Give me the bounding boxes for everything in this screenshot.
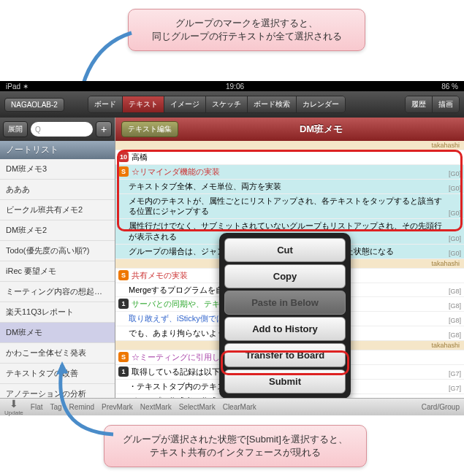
right-segment: 履歴描画	[405, 96, 460, 113]
rtab-1[interactable]: 描画	[433, 96, 459, 112]
sidebar-item[interactable]: DM班メモ3	[0, 159, 115, 180]
sidebar-item[interactable]: Todo(優先度の高い順?)	[0, 241, 115, 261]
tab-1[interactable]: テキスト	[123, 96, 164, 112]
group-tag: [G0]	[449, 235, 461, 242]
clock: 19:06	[226, 82, 244, 91]
sidebar-item[interactable]: DM班メモ	[0, 323, 115, 343]
group-tag: [G8]	[449, 302, 461, 310]
add-button[interactable]: +	[96, 121, 112, 137]
sidebar-item[interactable]: DM班メモ2	[0, 220, 115, 241]
bb-selectmark[interactable]: SelectMark	[179, 403, 216, 411]
line-text: ☆リマインダ機能の実装	[132, 166, 446, 177]
tab-0[interactable]: ボード	[88, 96, 123, 112]
annotation-bottom: グループが選択された状態で[Submit]を選択すると、 テキスト共有のインタフ…	[104, 425, 367, 467]
content-pane: テキスト編集 DM班メモ takahashi10高橋S☆リマインダ機能の実装[G…	[115, 118, 464, 399]
content-header: テキスト編集 DM班メモ	[115, 118, 464, 141]
bb-clearmark[interactable]: ClearMark	[223, 403, 256, 411]
group-tag: [G8]	[449, 288, 461, 295]
group-tag: [G7]	[449, 370, 461, 377]
line-mark[interactable]: 1	[118, 299, 129, 309]
bb-tag[interactable]: Tag	[50, 403, 61, 411]
tab-segment: ボードテキストイメージスケッチボード検索カレンダー	[88, 96, 346, 113]
line-mark[interactable]: S	[118, 270, 129, 280]
menu-transfer-to-board[interactable]: Transfer to Board	[224, 343, 346, 367]
sidebar-item[interactable]: ビークル班共有メモ2	[0, 200, 115, 220]
annotation-top: グループのマークを選択すると、 同じグループの行テキストが全て選択される	[128, 9, 365, 51]
group-tag: [G0]	[449, 185, 461, 192]
sidebar: 展開 Q + ノートリスト DM班メモ3あああビークル班共有メモ2DM班メモ2T…	[0, 118, 115, 399]
line-mark[interactable]: S	[118, 352, 129, 362]
sidebar-item[interactable]: あああ	[0, 180, 115, 200]
text-line[interactable]: テキストタブ全体、メモ単位、両方を実装[G0]	[115, 180, 464, 194]
update-button[interactable]: ⬇ Update	[4, 398, 23, 416]
sidebar-item[interactable]: iRec 要望メモ	[0, 261, 115, 282]
bb-remind[interactable]: Remind	[69, 403, 94, 411]
sidebar-item[interactable]: 楽天11Q3レポート	[0, 302, 115, 323]
line-text: 高橋	[132, 152, 461, 163]
wifi-icon: ✶	[23, 82, 28, 91]
sidebar-list: DM班メモ3あああビークル班共有メモ2DM班メモ2Todo(優先度の高い順?)i…	[0, 159, 115, 399]
sidebar-header: ノートリスト	[0, 141, 115, 159]
sidebar-item[interactable]: アノテーションの分析	[0, 384, 115, 399]
bb-prevmark[interactable]: PrevMark	[102, 403, 133, 411]
main-area: 展開 Q + ノートリスト DM班メモ3あああビークル班共有メモ2DM班メモ2T…	[0, 118, 464, 399]
line-mark[interactable]: S	[118, 166, 129, 177]
author-row: takahashi	[115, 141, 464, 150]
menu-copy[interactable]: Copy	[224, 264, 346, 288]
search-input[interactable]: Q	[31, 122, 93, 137]
sidebar-item[interactable]: ミーティング内容の想起実験	[0, 282, 115, 302]
group-tag: [G0]	[449, 210, 461, 217]
menu-add-to-history[interactable]: Add to History	[224, 317, 346, 341]
bottom-toolbar: ⬇ Update FlatTagRemindPrevMarkNextMarkSe…	[0, 398, 464, 415]
tab-4[interactable]: ボード検索	[248, 96, 297, 112]
device-label: iPad	[6, 82, 20, 91]
text-line[interactable]: メモ内のテキストが、属性ごとにリストアップされ、各テキストをタップすると該当する…	[115, 194, 464, 220]
breadcrumb[interactable]: NAGAOLAB-2	[4, 98, 64, 112]
menu-cut[interactable]: Cut	[224, 238, 346, 262]
status-bar: iPad ✶ 19:06 86 %	[0, 81, 464, 91]
card-group-button[interactable]: Card/Group	[422, 403, 460, 411]
sidebar-item[interactable]: テキストタブの改善	[0, 364, 115, 384]
group-tag: [G0]	[449, 250, 461, 257]
menu-submit[interactable]: Submit	[224, 369, 346, 394]
group-tag: [G7]	[449, 385, 461, 392]
battery: 86 %	[441, 82, 458, 91]
line-text: テキストタブ全体、メモ単位、両方を実装	[129, 181, 446, 192]
bb-nextmark[interactable]: NextMark	[140, 403, 172, 411]
group-tag: [G8]	[449, 317, 461, 324]
back-button[interactable]: 展開	[3, 121, 28, 137]
menu-paste-in-below: Paste in Below	[224, 291, 346, 315]
main-toolbar: NAGAOLAB-2 ボードテキストイメージスケッチボード検索カレンダー 履歴描…	[0, 91, 464, 118]
tab-2[interactable]: イメージ	[164, 96, 206, 112]
context-menu: CutCopyPaste in BelowAdd to HistoryTrans…	[219, 233, 351, 399]
tab-3[interactable]: スケッチ	[206, 96, 248, 112]
page-title: DM班メモ	[184, 123, 458, 136]
bottom-items: FlatTagRemindPrevMarkNextMarkSelectMarkC…	[31, 403, 256, 411]
group-tag: [G0]	[449, 170, 461, 177]
edit-button[interactable]: テキスト編集	[121, 121, 178, 137]
line-text: メモ内のテキストが、属性ごとにリストアップされ、各テキストをタップすると該当する…	[129, 196, 446, 218]
tab-5[interactable]: カレンダー	[297, 96, 345, 112]
sidebar-item[interactable]: かわこー全体ゼミ発表	[0, 343, 115, 364]
text-line[interactable]: 10高橋	[115, 150, 464, 165]
sidebar-toolbar: 展開 Q +	[0, 118, 115, 141]
group-tag: [G8]	[449, 331, 461, 339]
line-mark[interactable]: 1	[118, 366, 129, 377]
text-line[interactable]: S☆リマインダ機能の実装[G0]	[115, 165, 464, 180]
bb-flat[interactable]: Flat	[31, 403, 43, 411]
line-mark[interactable]: 10	[118, 152, 129, 162]
rtab-0[interactable]: 履歴	[406, 96, 433, 112]
